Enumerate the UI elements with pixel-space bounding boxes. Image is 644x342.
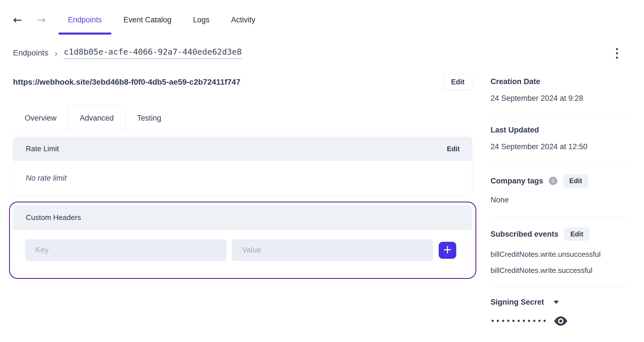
company-tags-label: Company tags	[491, 177, 543, 185]
top-navigation: ← → Endpoints Event Catalog Logs Activit…	[13, 8, 630, 31]
subscribed-event: billCreditNotes.write.unsuccessful	[491, 250, 630, 259]
last-updated-section: Last Updated 24 September 2024 at 12:50	[491, 116, 630, 164]
subscribed-events-section: Subscribed events Edit billCreditNotes.w…	[491, 217, 630, 288]
nav-tab-activity[interactable]: Activity	[231, 16, 255, 24]
endpoint-url-row: https://webhook.site/3ebd46b8-f0f0-4db5-…	[13, 74, 472, 90]
primary-nav-tabs: Endpoints Event Catalog Logs Activity	[68, 16, 277, 24]
endpoint-url-title: https://webhook.site/3ebd46b8-f0f0-4db5-…	[13, 78, 240, 87]
subscribed-events-edit-button[interactable]: Edit	[564, 227, 589, 241]
info-icon[interactable]: i	[549, 177, 557, 185]
signing-secret-section: Signing Secret •••••••••••	[491, 288, 630, 339]
rate-limit-body: No rate limit	[13, 161, 472, 196]
custom-headers-header: Custom Headers	[13, 206, 472, 230]
creation-date-section: Creation Date 24 September 2024 at 9:28	[491, 74, 630, 116]
rate-limit-empty-text: No rate limit	[26, 174, 67, 182]
eye-icon[interactable]	[553, 315, 568, 327]
breadcrumb-endpoint-id[interactable]: c1d8b05e-acfe-4066-92a7-440ede62d3e8	[64, 47, 242, 59]
endpoint-meta-sidebar: Creation Date 24 September 2024 at 9:28 …	[491, 74, 630, 339]
creation-date-value: 24 September 2024 at 9:28	[491, 94, 630, 103]
custom-headers-body: +	[13, 230, 472, 275]
webhook-portal-page: ← → Endpoints Event Catalog Logs Activit…	[0, 0, 644, 339]
header-key-input[interactable]	[25, 239, 226, 261]
nav-tab-event-catalog[interactable]: Event Catalog	[123, 16, 172, 24]
nav-tab-logs[interactable]: Logs	[193, 16, 210, 24]
masked-secret-value: •••••••••••	[491, 317, 548, 325]
chevron-right-icon: ›	[55, 48, 58, 58]
custom-headers-title: Custom Headers	[26, 213, 81, 222]
breadcrumb-row: Endpoints › c1d8b05e-acfe-4066-92a7-440e…	[13, 47, 630, 60]
last-updated-value: 24 September 2024 at 12:50	[491, 142, 630, 151]
rate-limit-title: Rate Limit	[26, 144, 59, 153]
company-tags-value: None	[491, 196, 630, 204]
custom-headers-highlight-ring: Custom Headers +	[9, 202, 476, 279]
tab-overview[interactable]: Overview	[13, 105, 68, 131]
tab-testing[interactable]: Testing	[125, 105, 173, 131]
breadcrumb-root-link[interactable]: Endpoints	[13, 48, 48, 57]
subscribed-events-label: Subscribed events	[491, 230, 558, 239]
last-updated-label: Last Updated	[491, 126, 630, 134]
main-layout: https://webhook.site/3ebd46b8-f0f0-4db5-…	[13, 74, 630, 339]
rate-limit-header: Rate Limit Edit	[13, 137, 472, 161]
chevron-down-icon[interactable]	[552, 299, 560, 305]
creation-date-label: Creation Date	[491, 77, 630, 86]
rate-limit-card: Rate Limit Edit No rate limit	[13, 137, 472, 196]
header-value-input[interactable]	[232, 239, 433, 261]
company-tags-section: Company tags i Edit None	[491, 164, 630, 217]
edit-url-button[interactable]: Edit	[443, 74, 472, 90]
tab-advanced[interactable]: Advanced	[68, 105, 125, 131]
detail-tabs: Overview Advanced Testing	[13, 105, 472, 131]
endpoint-detail: https://webhook.site/3ebd46b8-f0f0-4db5-…	[13, 74, 472, 339]
kebab-menu-icon[interactable]	[615, 47, 619, 60]
custom-headers-card: Custom Headers +	[13, 206, 472, 275]
subscribed-event: billCreditNotes.write.successful	[491, 266, 630, 275]
nav-tab-endpoints[interactable]: Endpoints	[68, 16, 102, 24]
forward-arrow-icon[interactable]: →	[37, 14, 46, 25]
signing-secret-label: Signing Secret	[491, 298, 544, 307]
breadcrumb: Endpoints › c1d8b05e-acfe-4066-92a7-440e…	[13, 47, 242, 59]
company-tags-edit-button[interactable]: Edit	[563, 174, 588, 188]
add-header-button[interactable]: +	[439, 242, 456, 259]
back-arrow-icon[interactable]: ←	[13, 14, 22, 25]
rate-limit-edit-button[interactable]: Edit	[447, 145, 460, 153]
